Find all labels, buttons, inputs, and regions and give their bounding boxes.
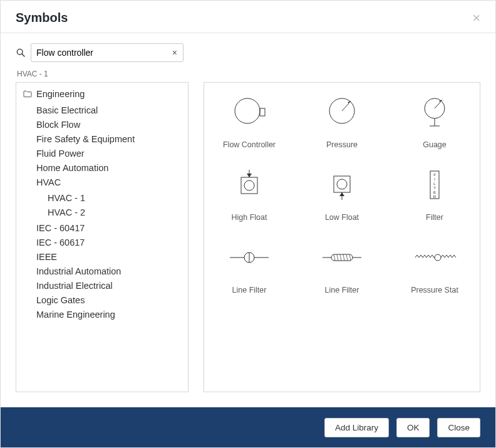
tree-item[interactable]: HVAC - 2 bbox=[45, 205, 184, 219]
tree-item[interactable]: HVAC - 1 bbox=[45, 190, 184, 205]
tree-item[interactable]: Fluid Power bbox=[34, 146, 184, 160]
svg-point-13 bbox=[244, 180, 254, 190]
tree-item[interactable]: Home Automation bbox=[34, 160, 184, 175]
search-wrap: × bbox=[31, 43, 183, 62]
folder-icon bbox=[23, 89, 33, 99]
symbol-canvas bbox=[398, 233, 472, 282]
symbol-canvas bbox=[305, 88, 379, 137]
symbol-item[interactable]: Pressure Stat bbox=[398, 233, 472, 294]
svg-rect-12 bbox=[241, 177, 257, 194]
search-row: × bbox=[16, 43, 480, 62]
filter-icon: FILTER bbox=[413, 167, 457, 202]
svg-marker-15 bbox=[247, 174, 252, 177]
low-float-icon bbox=[320, 167, 364, 202]
symbol-label: High Float bbox=[212, 213, 286, 222]
dialog-title: Symbols bbox=[16, 11, 68, 25]
symbol-item[interactable]: High Float bbox=[212, 160, 286, 222]
tree-item[interactable]: Fire Safety & Equipment bbox=[34, 132, 184, 146]
pressure-icon bbox=[320, 95, 364, 130]
tree-item[interactable]: Block Flow bbox=[34, 117, 184, 132]
tree-node-engineering[interactable]: Engineering bbox=[20, 88, 184, 100]
svg-text:E: E bbox=[433, 190, 436, 194]
svg-text:T: T bbox=[433, 186, 436, 190]
panes: Engineering Basic ElectricalBlock FlowFi… bbox=[16, 82, 480, 407]
svg-point-17 bbox=[337, 179, 347, 189]
category-tree[interactable]: Engineering Basic ElectricalBlock FlowFi… bbox=[16, 82, 189, 392]
add-library-button[interactable]: Add Library bbox=[324, 418, 389, 437]
svg-text:F: F bbox=[433, 173, 436, 177]
pressure-stat-icon bbox=[413, 240, 457, 275]
dialog-body: × HVAC - 1 Engineering Basic ElectricalB… bbox=[1, 33, 495, 407]
tree-item[interactable]: IEC - 60417 bbox=[34, 221, 184, 235]
clear-search-icon[interactable]: × bbox=[170, 48, 180, 58]
line-filter-mesh-icon bbox=[320, 240, 364, 275]
tree-root-label: Engineering bbox=[36, 89, 85, 99]
tree-item[interactable]: Basic Electrical bbox=[34, 103, 184, 117]
symbol-item[interactable]: Line Filter bbox=[212, 233, 286, 294]
svg-line-39 bbox=[349, 254, 351, 261]
symbol-label: Filter bbox=[398, 213, 472, 222]
symbol-label: Line Filter bbox=[212, 286, 286, 294]
search-input[interactable] bbox=[31, 43, 183, 62]
svg-rect-3 bbox=[260, 108, 265, 116]
symbol-item[interactable]: Flow Controller bbox=[212, 88, 286, 149]
svg-rect-16 bbox=[334, 176, 350, 192]
symbol-label: Line Filter bbox=[305, 286, 379, 294]
tree-item[interactable]: Industrial Automation bbox=[34, 264, 184, 278]
svg-text:I: I bbox=[434, 177, 435, 181]
close-icon[interactable]: × bbox=[472, 11, 480, 25]
symbol-label: Pressure bbox=[305, 140, 379, 149]
symbol-item[interactable]: FILTERFilter bbox=[398, 160, 472, 222]
symbol-grid: Flow ControllerPressureGuageHigh FloatLo… bbox=[204, 88, 480, 294]
close-button[interactable]: Close bbox=[437, 418, 480, 437]
svg-line-37 bbox=[343, 254, 344, 261]
dialog-footer: Add Library OK Close bbox=[1, 407, 495, 447]
svg-line-5 bbox=[342, 103, 349, 111]
svg-line-36 bbox=[340, 254, 341, 261]
symbols-dialog: Symbols × × HVAC - 1 Engineering bbox=[0, 0, 496, 448]
tree-item[interactable]: HVAC bbox=[34, 175, 184, 189]
flow-controller-icon bbox=[227, 95, 271, 130]
symbol-item[interactable]: Line Filter bbox=[305, 233, 379, 294]
symbol-canvas bbox=[212, 88, 286, 137]
filter-label: HVAC - 1 bbox=[17, 70, 480, 78]
tree-sublist: HVAC - 1HVAC - 2 bbox=[34, 190, 184, 219]
line-filter-round-icon bbox=[227, 240, 271, 275]
gauge-icon bbox=[413, 95, 457, 130]
symbol-item[interactable]: Guage bbox=[398, 88, 472, 149]
svg-marker-19 bbox=[339, 192, 344, 196]
tree-list: Basic ElectricalBlock FlowFire Safety & … bbox=[20, 103, 184, 321]
svg-line-8 bbox=[435, 102, 440, 108]
tree-item[interactable]: IEEE bbox=[34, 249, 184, 264]
symbol-canvas bbox=[305, 233, 379, 282]
symbol-pane[interactable]: Flow ControllerPressureGuageHigh FloatLo… bbox=[204, 82, 480, 392]
tree-item[interactable]: IEC - 60617 bbox=[34, 235, 184, 249]
tree-item[interactable]: Industrial Electrical bbox=[34, 278, 184, 293]
svg-line-35 bbox=[337, 254, 338, 261]
symbol-canvas: FILTER bbox=[398, 160, 472, 209]
tree-item[interactable]: Marine Engineering bbox=[34, 307, 184, 321]
svg-text:R: R bbox=[433, 195, 437, 199]
svg-line-34 bbox=[334, 254, 335, 261]
symbol-canvas bbox=[398, 88, 472, 137]
high-float-icon bbox=[227, 167, 271, 202]
tree-item[interactable]: Logic Gates bbox=[34, 293, 184, 307]
svg-text:L: L bbox=[433, 182, 436, 185]
svg-line-1 bbox=[22, 54, 24, 56]
svg-point-2 bbox=[235, 98, 260, 123]
search-icon bbox=[16, 48, 26, 58]
symbol-label: Low Float bbox=[305, 213, 379, 222]
dialog-header: Symbols × bbox=[1, 1, 495, 33]
symbol-label: Flow Controller bbox=[212, 140, 286, 149]
symbol-label: Guage bbox=[398, 140, 472, 149]
svg-line-38 bbox=[346, 254, 348, 261]
svg-point-40 bbox=[435, 254, 441, 261]
ok-button[interactable]: OK bbox=[396, 418, 430, 437]
symbol-canvas bbox=[212, 233, 286, 282]
symbol-canvas bbox=[212, 160, 286, 209]
symbol-label: Pressure Stat bbox=[398, 286, 472, 294]
symbol-item[interactable]: Low Float bbox=[305, 160, 379, 222]
symbol-item[interactable]: Pressure bbox=[305, 88, 379, 149]
symbol-canvas bbox=[305, 160, 379, 209]
